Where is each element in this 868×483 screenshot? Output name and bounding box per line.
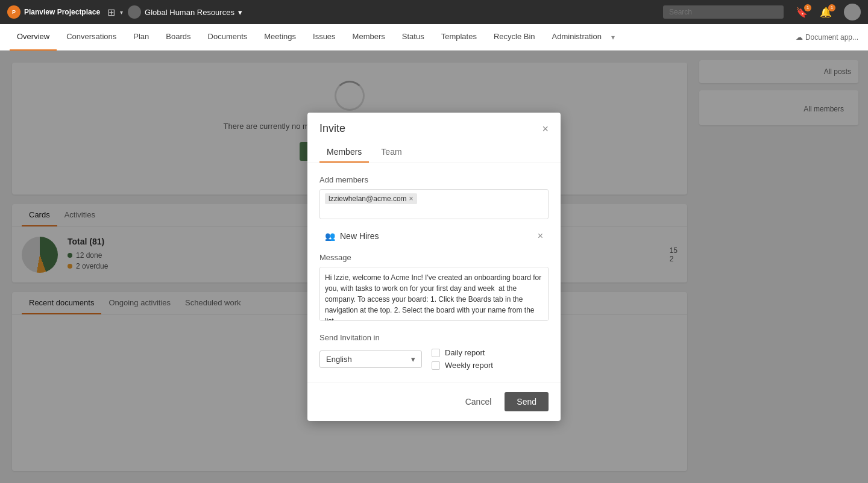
cancel-button[interactable]: Cancel: [458, 393, 499, 410]
add-members-label: Add members: [319, 175, 549, 184]
app-name: Planview Projectplace: [24, 8, 100, 16]
email-tag: lzziewhelan@acme.com ×: [325, 193, 417, 204]
daily-report-checkbox[interactable]: [432, 349, 440, 357]
weekly-report-label: Weekly report: [445, 361, 493, 370]
modal-tabs: Members Team: [307, 142, 561, 163]
modal-tab-members[interactable]: Members: [319, 142, 369, 163]
members-input[interactable]: lzziewhelan@acme.com ×: [319, 189, 549, 219]
language-value: English: [326, 355, 352, 364]
bookmark-badge: 1: [804, 4, 811, 11]
weekly-report-option: Weekly report: [432, 361, 493, 370]
message-label: Message: [319, 253, 549, 262]
search-input[interactable]: [663, 5, 784, 19]
admin-chevron-icon: ▾: [611, 33, 615, 42]
nav-documents[interactable]: Documents: [201, 24, 255, 51]
invite-modal: Invite × Members Team Add members lzziew…: [307, 113, 561, 421]
board-name: New Hires: [340, 231, 533, 241]
cloud-icon: ☁: [796, 33, 803, 42]
language-select[interactable]: English ▾: [319, 351, 422, 368]
nav-issues[interactable]: Issues: [306, 24, 343, 51]
secondbar: Overview Conversations Plan Boards Docum…: [0, 24, 868, 51]
modal-close-button[interactable]: ×: [542, 123, 549, 134]
bell-icon[interactable]: 🔔 1: [820, 7, 832, 18]
workspace-avatar: [128, 5, 141, 19]
language-chevron-icon: ▾: [411, 355, 415, 364]
app-logo[interactable]: P Planview Projectplace: [7, 5, 100, 19]
team-icon: 👥: [325, 231, 335, 241]
bell-badge: 1: [828, 4, 835, 11]
main-content: There are currently no meetings to displ…: [0, 51, 868, 483]
modal-tab-team[interactable]: Team: [374, 142, 409, 163]
modal-title: Invite: [319, 122, 345, 135]
nav-status[interactable]: Status: [395, 24, 432, 51]
modal-body: Add members lzziewhelan@acme.com × 👥 New…: [307, 163, 561, 382]
daily-report-option: Daily report: [432, 348, 493, 357]
nav-recyclebin[interactable]: Recycle Bin: [486, 24, 542, 51]
workspace-chevron-icon: ▾: [238, 8, 242, 17]
modal-overlay: Invite × Members Team Add members lzziew…: [0, 51, 868, 483]
board-selector: 👥 New Hires ×: [319, 226, 549, 246]
topbar: P Planview Projectplace ⊞ ▾ Global Human…: [0, 0, 868, 24]
send-invite-section: Send Invitation in English ▾ Daily repor…: [319, 333, 549, 370]
apps-grid-icon[interactable]: ⊞: [107, 7, 115, 18]
nav-boards[interactable]: Boards: [159, 24, 198, 51]
send-invite-row: English ▾ Daily report Weekly report: [319, 348, 549, 370]
send-button[interactable]: Send: [505, 392, 549, 411]
nav-overview[interactable]: Overview: [10, 24, 57, 51]
nav-templates[interactable]: Templates: [434, 24, 484, 51]
message-textarea[interactable]: Hi Izzie, welcome to Acme Inc! I've crea…: [319, 267, 549, 321]
nav-conversations[interactable]: Conversations: [59, 24, 124, 51]
bookmark-icon[interactable]: 🔖 1: [796, 7, 808, 18]
modal-header: Invite ×: [307, 113, 561, 135]
email-tag-remove-button[interactable]: ×: [409, 195, 414, 202]
doc-app-link[interactable]: ☁ Document app...: [796, 33, 858, 42]
workspace-selector[interactable]: Global Human Resources ▾: [128, 5, 242, 19]
user-avatar[interactable]: [844, 4, 861, 20]
email-tag-text: lzziewhelan@acme.com: [329, 195, 407, 203]
daily-report-label: Daily report: [445, 348, 485, 357]
send-invite-label: Send Invitation in: [319, 333, 549, 342]
nav-administration[interactable]: Administration: [545, 24, 609, 51]
workspace-name: Global Human Resources: [145, 8, 234, 17]
nav-plan[interactable]: Plan: [126, 24, 156, 51]
nav-meetings[interactable]: Meetings: [257, 24, 303, 51]
nav-members[interactable]: Members: [345, 24, 392, 51]
report-options: Daily report Weekly report: [432, 348, 493, 370]
weekly-report-checkbox[interactable]: [432, 361, 440, 370]
apps-chevron-icon[interactable]: ▾: [120, 9, 123, 16]
logo-icon: P: [7, 5, 20, 19]
board-remove-button[interactable]: ×: [538, 231, 543, 241]
modal-footer: Cancel Send: [307, 382, 561, 421]
